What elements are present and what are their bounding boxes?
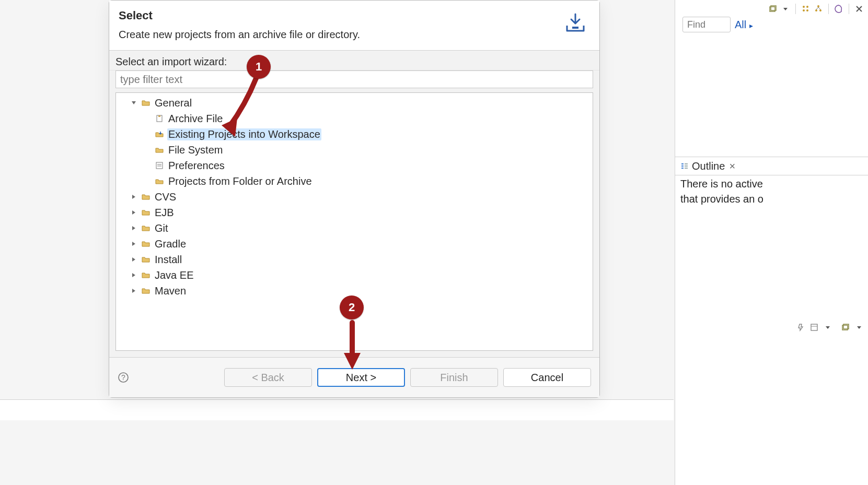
svg-point-7 — [817, 5, 819, 7]
svg-marker-35 — [132, 289, 135, 293]
chevron-down-icon[interactable] — [130, 99, 138, 107]
svg-rect-16 — [811, 324, 817, 330]
svg-rect-15 — [685, 168, 688, 169]
hierarchy-flat-icon[interactable] — [801, 4, 811, 14]
finish-button[interactable]: Finish — [410, 368, 498, 387]
annotation-arrow-2 — [342, 320, 363, 372]
svg-marker-33 — [132, 257, 135, 262]
annotation-bubble-label: 1 — [256, 60, 262, 74]
svg-marker-29 — [132, 195, 135, 199]
dropdown-caret-icon[interactable] — [854, 323, 864, 332]
tree-item-label: File System — [168, 144, 223, 156]
tree-item[interactable]: Existing Projects into Workspace — [116, 126, 593, 142]
chevron-right-icon[interactable] — [130, 287, 138, 295]
tree-item-label: Preferences — [168, 160, 225, 171]
find-scope-label: All — [735, 19, 746, 30]
outline-text-line1: There is no active — [680, 176, 868, 192]
svg-rect-25 — [158, 115, 160, 117]
folder-icon — [141, 208, 151, 217]
filter-input[interactable] — [115, 70, 593, 88]
svg-marker-40 — [344, 353, 361, 370]
find-input[interactable] — [682, 17, 731, 32]
tree-category-label: Maven — [155, 285, 186, 297]
svg-marker-38 — [222, 118, 237, 137]
folder-icon — [141, 98, 151, 108]
svg-rect-13 — [685, 163, 688, 164]
tree-category[interactable]: Java EE — [116, 267, 593, 283]
tree-category-label: Java EE — [155, 269, 193, 281]
tree-item[interactable]: Archive File — [116, 111, 593, 126]
folder-icon — [141, 192, 151, 202]
tree-category-label: Git — [155, 222, 168, 234]
dialog-title: Select — [119, 9, 360, 22]
dialog-subtitle: Create new projects from an archive file… — [119, 29, 360, 41]
palette-icon[interactable] — [834, 4, 843, 14]
dropdown-caret-icon[interactable] — [823, 323, 832, 332]
chevron-right-icon[interactable] — [130, 224, 138, 232]
tree-category[interactable]: CVS — [116, 189, 593, 205]
svg-marker-32 — [132, 242, 135, 246]
svg-marker-23 — [132, 101, 136, 104]
folder-icon — [141, 239, 151, 249]
wizard-section-label: Select an import wizard: — [109, 51, 599, 70]
svg-text:?: ? — [121, 373, 125, 382]
pin-icon[interactable] — [796, 323, 805, 332]
tree-item-label: Archive File — [168, 113, 223, 124]
workbench-bottom-strip — [0, 399, 674, 420]
svg-point-6 — [806, 9, 808, 11]
import-banner-icon — [563, 12, 588, 37]
outline-body: There is no active that provides an o — [680, 176, 868, 207]
dialog-header: Select Create new projects from an archi… — [109, 1, 599, 51]
tree-item[interactable]: Preferences — [116, 158, 593, 173]
find-scope-all[interactable]: All ▸ — [735, 19, 753, 31]
tree-category-label: Gradle — [155, 238, 186, 250]
svg-point-5 — [803, 9, 805, 11]
tree-category[interactable]: Gradle — [116, 236, 593, 252]
svg-point-4 — [806, 6, 808, 8]
tree-category-label: General — [155, 97, 192, 109]
folder-icon — [155, 145, 164, 155]
tree-category-label: Install — [155, 254, 182, 265]
back-button[interactable]: < Back — [224, 368, 312, 387]
find-bar: All ▸ — [682, 17, 753, 32]
svg-point-9 — [819, 9, 821, 11]
chevron-right-icon[interactable] — [130, 271, 138, 279]
tree-category-label: EJB — [155, 207, 174, 218]
tree-item[interactable]: File System — [116, 142, 593, 158]
close-cross-icon[interactable] — [854, 4, 864, 14]
annotation-bubble-2: 2 — [340, 295, 364, 320]
help-icon[interactable]: ? — [118, 372, 129, 383]
archive-icon — [155, 114, 164, 123]
tree-category[interactable]: General — [116, 95, 593, 111]
chevron-right-icon[interactable] — [130, 255, 138, 264]
tree-category[interactable]: Install — [116, 252, 593, 267]
new-window-icon[interactable] — [841, 323, 850, 332]
svg-point-8 — [815, 9, 817, 11]
outline-tab[interactable]: Outline × — [675, 157, 868, 175]
workbench-right-panel: All ▸ Outline × There is no active that … — [675, 0, 868, 485]
outline-tab-close-icon[interactable]: × — [729, 160, 735, 172]
annotation-arrow-1 — [219, 73, 267, 141]
annotation-bubble-1: 1 — [247, 55, 271, 79]
tree-item[interactable]: Projects from Folder or Archive — [116, 173, 593, 189]
dropdown-caret-icon[interactable] — [781, 4, 790, 14]
chevron-right-icon[interactable] — [130, 193, 138, 201]
chevron-right-icon[interactable] — [130, 240, 138, 248]
new-window-icon[interactable] — [768, 4, 778, 14]
svg-marker-18 — [826, 326, 830, 329]
folder-icon — [141, 270, 151, 280]
right-toolbar — [768, 2, 864, 16]
svg-rect-26 — [156, 162, 163, 169]
hierarchy-tree-icon[interactable] — [814, 4, 823, 14]
svg-rect-10 — [681, 163, 684, 164]
outline-text-line2: that provides an o — [680, 192, 868, 207]
outline-icon — [680, 162, 689, 170]
chevron-right-icon[interactable] — [130, 208, 138, 217]
tree-category[interactable]: EJB — [116, 205, 593, 220]
tree-category[interactable]: Git — [116, 220, 593, 236]
svg-rect-22 — [572, 27, 578, 29]
folder-icon — [141, 255, 151, 264]
cancel-button[interactable]: Cancel — [503, 368, 591, 387]
layout-icon[interactable] — [809, 323, 819, 332]
svg-rect-12 — [681, 168, 684, 169]
